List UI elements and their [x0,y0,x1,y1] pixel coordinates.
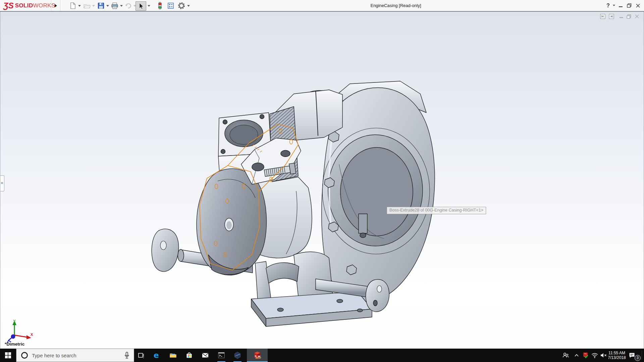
help-caret-icon [613,5,615,6]
help-label: ? [606,3,610,9]
windows-logo-icon [5,352,11,358]
pane-previous-button[interactable] [599,13,606,19]
solidworks-year-badge: 2017 [256,357,261,359]
cortana-icon [20,351,29,359]
mail-icon [201,351,209,359]
command-prompt-icon [217,351,225,359]
solidworks-monitor-tray-button[interactable] [582,349,590,362]
brand-word-solid: SOLID [15,2,33,9]
save-dropdown[interactable] [106,4,110,7]
doc-minimize-button[interactable] [618,13,625,19]
undo-button[interactable] [124,1,132,10]
close-icon [636,4,640,8]
print-button[interactable] [110,1,119,10]
doc-restore-button[interactable] [626,13,632,19]
microsoft-store-icon [185,351,193,359]
file-properties-button[interactable] [166,1,175,10]
title-bar: ƷS SOLID WORKS [0,0,644,11]
view-orientation-label: *Dimetric [5,342,24,347]
new-document-icon [69,2,76,9]
splitter-handle-icon [1,182,3,184]
gear-icon [177,2,185,10]
microsoft-edge-icon: e [153,351,161,360]
new-document-dropdown[interactable] [77,4,82,7]
open-button[interactable] [83,1,91,10]
polyhedron-app-icon [233,351,241,359]
doc-minimize-icon [620,14,624,18]
clock-time: 11:55 AM [606,351,628,355]
taskbar-app-solidworks[interactable]: S W [247,349,268,362]
doc-restore-icon [627,14,631,19]
solidworks-logo: ƷS SOLID WORKS [3,1,55,10]
chevron-up-icon [573,352,580,359]
people-button[interactable] [561,349,570,362]
window-title: EngineCasing [Read-only] [349,0,443,11]
wifi-button[interactable] [590,349,599,362]
task-view-icon [137,352,145,359]
microphone-icon[interactable] [123,351,130,359]
triad-x-label: X [31,333,33,337]
print-dropdown[interactable] [119,4,123,7]
taskbar-app-cad-utility[interactable] [231,349,244,362]
options-dropdown[interactable] [186,4,191,7]
taskbar-app-edge[interactable]: e [150,349,164,362]
windows-taskbar: e [0,349,644,362]
start-button[interactable] [0,349,16,362]
taskbar-search[interactable] [16,349,134,362]
feature-manager-collapsed-tab[interactable] [0,175,4,191]
open-dropdown[interactable] [92,4,96,7]
task-view-button[interactable] [134,349,148,362]
svg-text:e: e [154,351,159,360]
wifi-icon [591,351,599,359]
restore-icon [627,3,632,8]
help-button[interactable]: ? [604,0,612,11]
help-dropdown[interactable] [612,0,616,11]
new-document-button[interactable] [68,1,77,10]
flyout-arrow-icon [54,4,57,8]
rebuild-traffic-light-icon [156,2,164,10]
file-properties-icon [167,2,174,9]
taskbar-clock[interactable]: 11:55 AM 7/13/2018 [606,349,628,362]
orientation-triad: Y X [4,318,33,345]
taskbar-app-command-prompt[interactable] [215,349,228,362]
doc-close-icon [635,14,639,18]
select-cursor-icon [137,2,145,10]
clock-date: 7/13/2018 [606,355,628,360]
toolbar-flyout-button[interactable] [51,0,60,11]
undo-icon [124,2,132,9]
select-dropdown[interactable] [147,4,151,7]
file-explorer-icon [169,351,177,359]
select-button[interactable] [136,1,146,11]
dassault-ds-icon: ƷS [3,1,14,10]
solidworks-monitor-icon [582,352,590,359]
save-floppy-icon [97,2,105,9]
search-input[interactable] [31,352,123,359]
hidden-icons-button[interactable] [572,349,581,362]
feature-tooltip: Boss-Extrude28 of 00G-Engine Casing-RIGH… [387,207,486,214]
people-icon [561,351,570,359]
triad-y-label: Y [13,319,16,323]
print-icon [111,2,119,9]
minimize-icon [619,4,623,8]
minimize-button[interactable] [617,0,625,11]
save-button[interactable] [97,1,105,10]
pane-next-icon [609,14,614,19]
options-button[interactable] [177,1,186,10]
pane-next-button[interactable] [608,13,615,19]
taskbar-app-store[interactable] [182,349,196,362]
notification-badge: 3 [635,355,641,361]
rebuild-button[interactable] [156,1,164,10]
taskbar-app-mail[interactable] [199,349,212,362]
taskbar-app-file-explorer[interactable] [166,349,180,362]
close-button[interactable] [634,0,642,11]
open-folder-icon [83,2,91,9]
restore-button[interactable] [625,0,633,11]
doc-close-button[interactable] [634,13,640,19]
graphics-viewport[interactable]: Boss-Extrude28 of 00G-Engine Casing-RIGH… [0,12,644,349]
show-desktop-divider[interactable] [642,351,642,360]
pane-previous-icon [600,14,605,19]
